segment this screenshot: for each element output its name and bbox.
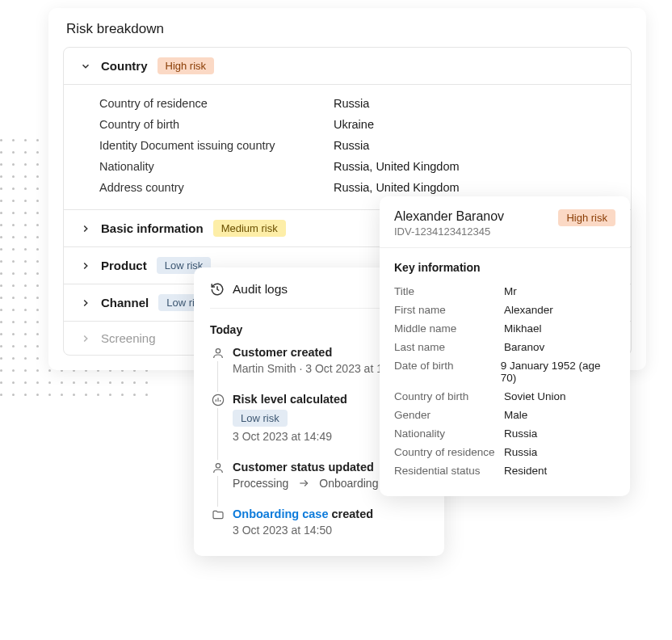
section-basic-label: Basic information <box>101 221 204 235</box>
key-info-value: Mr <box>504 285 517 297</box>
key-info-label: Middle name <box>394 322 504 335</box>
key-info-label: Last name <box>394 341 504 353</box>
key-info-label: Country of birth <box>394 390 504 402</box>
section-screening-label: Screening <box>101 331 156 345</box>
key-info-row: GenderMale <box>394 406 615 424</box>
country-row: Address countryRussia, United Kingdom <box>99 177 615 198</box>
key-info-label: Country of residence <box>394 446 504 458</box>
key-info-row: Country of birthSoviet Union <box>394 387 615 406</box>
key-info-label: Nationality <box>394 427 504 440</box>
key-info-value: Baranov <box>504 341 544 353</box>
key-info-row: Middle nameMikhael <box>394 319 615 338</box>
risk-badge-medium: Medium risk <box>213 220 286 237</box>
key-info-label: Date of birth <box>394 360 501 384</box>
audit-event-case-created: Onboarding case created 3 Oct 2023 at 14… <box>233 507 428 537</box>
key-info-row: First nameAlexander <box>394 301 615 319</box>
country-row: Country of birthUkraine <box>99 114 615 135</box>
key-info-label: Title <box>394 285 504 297</box>
key-info-value: Resident <box>504 465 547 477</box>
bar-chart-icon <box>210 392 226 408</box>
key-info-row: TitleMr <box>394 282 615 301</box>
key-info-value: Alexander <box>504 304 553 316</box>
country-row-label: Nationality <box>99 160 334 173</box>
country-row-value: Russia <box>334 139 369 152</box>
key-info-value: Mikhael <box>504 322 542 335</box>
key-info-value: 9 January 1952 (age 70) <box>501 360 615 384</box>
key-info-label: Gender <box>394 409 504 421</box>
key-info-label: First name <box>394 304 504 316</box>
key-info-label: Residential status <box>394 465 504 477</box>
folder-icon <box>210 507 226 523</box>
key-info-value: Russia <box>504 446 537 458</box>
profile-card: Alexander Baranov IDV-1234123412345 High… <box>380 196 630 496</box>
risk-badge-high: High risk <box>558 209 615 226</box>
risk-badge-high: High risk <box>158 57 215 74</box>
key-info-row: Country of residenceRussia <box>394 443 615 461</box>
risk-breakdown-title: Risk breakdown <box>63 21 632 37</box>
key-information-title: Key information <box>394 261 615 274</box>
country-row-value: Russia <box>334 97 369 110</box>
profile-body: Key information TitleMrFirst nameAlexand… <box>380 248 630 496</box>
key-info-value: Male <box>504 409 527 421</box>
chevron-right-icon <box>80 260 91 272</box>
country-row-label: Address country <box>99 181 334 194</box>
country-row-label: Country of birth <box>99 118 334 131</box>
audit-event-meta: 3 Oct 2023 at 14:50 <box>233 524 428 537</box>
country-row: Identity Document issuing countryRussia <box>99 135 615 156</box>
risk-badge-low: Low risk <box>233 410 288 427</box>
status-from: Processing <box>233 477 288 490</box>
profile-header: Alexander Baranov IDV-1234123412345 High… <box>380 196 630 248</box>
audit-title: Audit logs <box>233 282 288 297</box>
key-information-rows: TitleMrFirst nameAlexanderMiddle nameMik… <box>394 282 615 480</box>
key-info-row: NationalityRussia <box>394 424 615 443</box>
chevron-right-icon <box>80 297 91 309</box>
svg-point-0 <box>216 349 220 353</box>
section-country-header[interactable]: Country High risk <box>64 48 631 85</box>
country-row: NationalityRussia, United Kingdom <box>99 156 615 177</box>
profile-id: IDV-1234123412345 <box>394 225 504 238</box>
key-info-value: Soviet Union <box>504 390 566 402</box>
section-country-body: Country of residenceRussiaCountry of bir… <box>64 85 631 210</box>
history-icon <box>210 282 225 297</box>
country-row-value: Russia, United Kingdom <box>334 160 460 173</box>
chevron-right-icon <box>80 333 91 344</box>
key-info-row: Residential statusResident <box>394 461 615 480</box>
key-info-value: Russia <box>504 427 537 440</box>
audit-event-title: Onboarding case created <box>233 507 428 520</box>
user-icon <box>210 460 226 476</box>
user-icon <box>210 345 226 361</box>
country-row: Country of residenceRussia <box>99 93 615 114</box>
status-to: Onboarding <box>319 477 378 490</box>
country-row-label: Country of residence <box>99 97 334 110</box>
country-row-label: Identity Document issuing country <box>99 139 334 152</box>
chevron-down-icon <box>80 61 91 72</box>
key-info-row: Date of birth9 January 1952 (age 70) <box>394 356 615 387</box>
onboarding-case-link[interactable]: Onboarding case <box>233 507 328 520</box>
section-country-label: Country <box>101 59 148 73</box>
country-row-value: Russia, United Kingdom <box>334 181 460 194</box>
section-product-label: Product <box>101 259 147 272</box>
chevron-right-icon <box>80 223 91 234</box>
arrow-right-icon <box>298 478 309 489</box>
audit-event-title-rest: created <box>328 507 373 520</box>
profile-name: Alexander Baranov <box>394 209 504 224</box>
country-row-value: Ukraine <box>334 118 374 131</box>
section-channel-label: Channel <box>101 296 149 309</box>
key-info-row: Last nameBaranov <box>394 338 615 356</box>
svg-point-2 <box>216 464 220 468</box>
